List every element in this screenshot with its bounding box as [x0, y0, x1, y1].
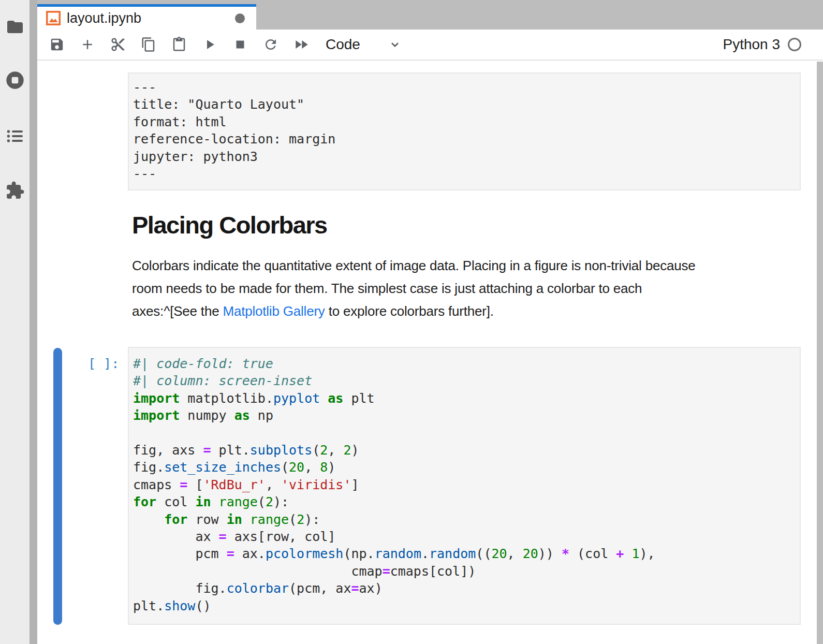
run-icon	[202, 37, 217, 52]
sidebar-item-file-browser[interactable]	[0, 16, 30, 38]
code-cell-line: #| code-fold: true	[133, 355, 796, 372]
code-cell-line: cmap=cmaps[col])	[133, 563, 796, 580]
raw-cell-line: format: html	[133, 113, 796, 130]
code-cell-line: ax = axs[row, col]	[133, 528, 796, 545]
code-cell-line: for col in range(2):	[133, 493, 796, 510]
kernel-status-icon	[788, 38, 801, 51]
code-cell-line: fig.set_size_inches(20, 8)	[133, 459, 796, 476]
copy-icon	[141, 37, 156, 52]
tab-layout-ipynb[interactable]: layout.ipynb	[37, 4, 256, 30]
left-activity-bar	[0, 0, 30, 644]
code-cell-line: import numpy as np	[133, 407, 796, 424]
cell-type-dropdown[interactable]: Code	[326, 36, 402, 53]
stop-icon	[232, 37, 248, 52]
plus-icon	[80, 37, 95, 52]
restart-run-all-button[interactable]	[292, 35, 311, 54]
code-cell-line: fig.colorbar(pcm, ax=ax)	[133, 580, 796, 597]
interrupt-kernel-button[interactable]	[231, 35, 249, 54]
insert-cell-button[interactable]	[78, 35, 97, 54]
code-cell-line: fig, axs = plt.subplots(2, 2)	[133, 442, 796, 459]
code-cell-line: import matplotlib.pyplot as plt	[133, 390, 796, 407]
code-cell-line: plt.show()	[133, 597, 796, 614]
notebook-toolbar: Code Python 3	[37, 30, 823, 61]
puzzle-icon	[5, 181, 25, 200]
raw-cell-line: reference-location: margin	[133, 130, 796, 148]
refresh-icon	[263, 37, 278, 52]
notebook-panel: ---title: "Quarto Layout"format: htmlref…	[37, 62, 817, 644]
raw-cell-editor[interactable]: ---title: "Quarto Layout"format: htmlref…	[128, 72, 801, 191]
sidebar-divider	[30, 0, 37, 644]
notebook-scrollbar[interactable]	[817, 62, 823, 644]
folder-icon	[6, 18, 24, 36]
paragraph-text: Colorbars indicate the quantitative exte…	[132, 258, 696, 273]
kernel-indicator[interactable]: Python 3	[723, 36, 801, 53]
tab-title: layout.ipynb	[67, 10, 141, 26]
paragraph-text: room needs to be made for them. The simp…	[132, 281, 642, 296]
jupyterlab-window: layout.ipynb C	[0, 0, 823, 644]
raw-cell-line: ---	[133, 165, 796, 182]
stop-circle-icon	[5, 70, 25, 91]
cut-cells-button[interactable]	[109, 35, 127, 54]
save-icon	[49, 37, 65, 52]
fast-forward-icon	[293, 36, 310, 53]
cell-type-label: Code	[326, 36, 360, 53]
copy-cells-button[interactable]	[139, 35, 158, 54]
code-cell-line: #| column: screen-inset	[133, 372, 796, 389]
kernel-name: Python 3	[723, 36, 780, 53]
markdown-paragraph: Colorbars indicate the quantitative exte…	[132, 254, 820, 323]
paragraph-text: axes:^[See the	[132, 303, 223, 319]
raw-cell-line: jupyter: python3	[133, 148, 796, 165]
raw-cell-line: title: "Quarto Layout"	[133, 96, 796, 113]
code-cell-line: for row in range(2):	[133, 511, 796, 528]
sidebar-item-running-kernels[interactable]	[0, 69, 30, 92]
notebook-icon	[46, 10, 61, 26]
restart-kernel-button[interactable]	[261, 35, 280, 54]
clipboard-icon	[171, 37, 187, 52]
sidebar-item-table-of-contents[interactable]	[0, 125, 30, 148]
chevron-down-icon	[388, 38, 402, 51]
sidebar-item-extensions[interactable]	[0, 179, 30, 202]
scissors-icon	[110, 37, 126, 52]
save-button[interactable]	[48, 35, 66, 54]
paste-cells-button[interactable]	[170, 35, 188, 54]
tab-bar: layout.ipynb	[37, 0, 823, 30]
matplotlib-gallery-link[interactable]: Matplotlib Gallery	[223, 303, 325, 319]
code-cell-editor[interactable]: #| code-fold: true#| column: screen-inse…	[128, 347, 801, 625]
unsaved-changes-indicator	[235, 13, 245, 23]
active-cell-collapser[interactable]	[53, 348, 62, 625]
code-cell-line	[133, 425, 796, 442]
paragraph-text: to explore colorbars further].	[325, 303, 494, 319]
markdown-heading: Placing Colorbars	[132, 213, 327, 237]
run-cell-button[interactable]	[200, 35, 219, 54]
cell-input-prompt: [ ]:	[88, 355, 119, 372]
code-cell-line: cmaps = ['RdBu_r', 'viridis']	[133, 476, 796, 493]
list-icon	[6, 127, 24, 145]
raw-cell-line: ---	[133, 79, 796, 96]
code-cell-line: pcm = ax.pcolormesh(np.random.random((20…	[133, 545, 796, 562]
